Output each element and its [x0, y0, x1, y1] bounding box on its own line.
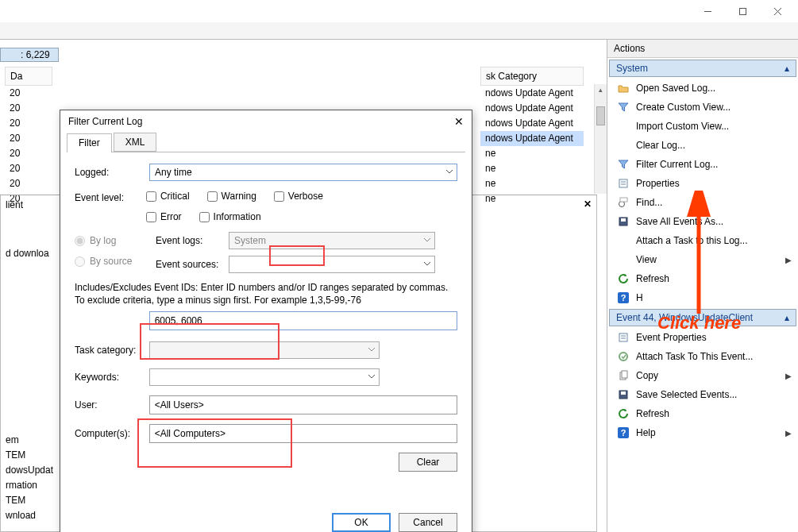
- table-row[interactable]: ne: [480, 161, 584, 176]
- chevron-down-icon: [368, 372, 376, 383]
- svg-rect-9: [620, 198, 627, 202]
- help-icon: ?: [617, 291, 630, 304]
- event-ids-input[interactable]: [149, 311, 457, 330]
- table-row[interactable]: ne: [480, 176, 584, 191]
- window-titlebar: [0, 0, 798, 22]
- action-system-4[interactable]: Filter Current Log...: [607, 155, 798, 174]
- close-button[interactable]: [760, 0, 795, 22]
- action-system-9[interactable]: View▶: [607, 250, 798, 269]
- action-system-0[interactable]: Open Saved Log...: [607, 79, 798, 98]
- clear-button[interactable]: Clear: [399, 453, 457, 472]
- details-line: TEM: [6, 493, 53, 508]
- details-close-button[interactable]: ✕: [584, 199, 592, 210]
- details-line: dowsUpdat: [6, 463, 53, 478]
- user-label: User:: [75, 399, 143, 411]
- task-category-label: Task category:: [75, 345, 143, 356]
- chevron-up-icon: ▴: [785, 312, 789, 323]
- svg-rect-17: [622, 371, 627, 378]
- table-row[interactable]: ndows Update Agent: [480, 86, 584, 101]
- attach-icon: [617, 350, 630, 363]
- action-event-3[interactable]: Save Selected Events...: [607, 385, 798, 404]
- task-category-dropdown: [149, 341, 380, 359]
- ok-button[interactable]: OK: [332, 513, 391, 532]
- event-sources-dropdown[interactable]: [229, 256, 435, 273]
- action-system-11[interactable]: ?H: [607, 288, 798, 307]
- blank-icon: [617, 253, 630, 266]
- svg-point-7: [619, 202, 625, 207]
- action-system-1[interactable]: Create Custom View...: [607, 98, 798, 117]
- actions-section-event[interactable]: Event 44, WindowsUpdateClient▴: [609, 309, 796, 326]
- table-row[interactable]: ne: [480, 146, 584, 161]
- blank-icon: [617, 139, 630, 152]
- by-log-radio: By log: [75, 235, 143, 246]
- action-system-10[interactable]: Refresh: [607, 269, 798, 288]
- chevron-down-icon: [368, 345, 376, 356]
- action-system-5[interactable]: Properties: [607, 174, 798, 193]
- action-label: Copy: [636, 370, 658, 381]
- blank-icon: [617, 234, 630, 247]
- event-count-label: : 6,229: [0, 48, 59, 62]
- help-icon: ?: [617, 426, 630, 439]
- action-label: Refresh: [636, 408, 669, 419]
- action-event-5[interactable]: ?Help▶: [607, 423, 798, 442]
- refresh-icon: [617, 407, 630, 420]
- action-system-6[interactable]: Find...: [607, 193, 798, 212]
- minimize-button[interactable]: [690, 0, 725, 22]
- chevron-down-icon: [423, 235, 431, 246]
- task-column-header[interactable]: sk Category: [480, 67, 584, 86]
- svg-rect-12: [619, 333, 627, 341]
- list-scrollbar[interactable]: ▴: [594, 84, 607, 194]
- information-checkbox[interactable]: Information: [199, 211, 261, 222]
- tab-filter[interactable]: Filter: [67, 133, 112, 152]
- action-system-8[interactable]: Attach a Task to this Log...: [607, 231, 798, 250]
- action-label: H: [636, 292, 643, 303]
- action-label: Find...: [636, 197, 662, 208]
- details-line: wnload: [6, 508, 53, 523]
- action-system-7[interactable]: Save All Events As...: [607, 212, 798, 231]
- date-column-header[interactable]: Da: [5, 67, 52, 86]
- action-event-4[interactable]: Refresh: [607, 404, 798, 423]
- table-row[interactable]: ndows Update Agent: [480, 101, 584, 116]
- error-checkbox[interactable]: Error: [146, 211, 182, 222]
- main-content-area: : 6,229 Da 2020202020202020 sk Category …: [0, 40, 607, 532]
- action-label: Attach a Task to this Log...: [636, 235, 748, 246]
- warning-checkbox[interactable]: Warning: [207, 191, 256, 202]
- svg-point-15: [619, 353, 627, 360]
- filter-dialog: Filter Current Log ✕ Filter XML Logged: …: [60, 110, 472, 532]
- action-event-2[interactable]: Copy▶: [607, 366, 798, 385]
- svg-rect-4: [619, 179, 627, 187]
- dialog-close-button[interactable]: ✕: [454, 115, 464, 128]
- save-icon: [617, 215, 630, 228]
- computers-label: Computer(s):: [75, 428, 143, 439]
- user-input[interactable]: [149, 395, 457, 414]
- action-label: Refresh: [636, 273, 669, 284]
- keywords-dropdown[interactable]: [149, 368, 380, 386]
- funnel-icon: [617, 158, 630, 171]
- find-icon: [617, 196, 630, 209]
- computers-input[interactable]: [149, 424, 457, 443]
- action-label: Attach Task To This Event...: [636, 351, 753, 362]
- action-system-3[interactable]: Clear Log...: [607, 136, 798, 155]
- verbose-checkbox[interactable]: Verbose: [274, 191, 323, 202]
- folder-icon: [617, 82, 630, 94]
- table-row[interactable]: ndows Update Agent: [480, 131, 584, 146]
- critical-checkbox[interactable]: Critical: [146, 191, 190, 202]
- action-label: Import Custom View...: [636, 121, 729, 132]
- logged-dropdown[interactable]: Any time: [149, 164, 457, 181]
- maximize-button[interactable]: [725, 0, 760, 22]
- action-event-1[interactable]: Attach Task To This Event...: [607, 347, 798, 366]
- action-event-0[interactable]: Event Properties: [607, 328, 798, 347]
- keywords-label: Keywords:: [75, 372, 143, 383]
- table-row[interactable]: ndows Update Agent: [480, 116, 584, 131]
- action-system-2[interactable]: Import Custom View...: [607, 117, 798, 136]
- event-id-help-text: Includes/Excludes Event IDs: Enter ID nu…: [75, 281, 457, 306]
- svg-rect-19: [621, 391, 626, 395]
- event-sources-label: Event sources:: [156, 259, 222, 270]
- tab-xml[interactable]: XML: [114, 133, 157, 152]
- cancel-button[interactable]: Cancel: [399, 513, 457, 532]
- action-label: Help: [636, 427, 656, 438]
- actions-section-system[interactable]: System▴: [609, 60, 796, 77]
- action-label: Save All Events As...: [636, 216, 723, 227]
- action-label: Clear Log...: [636, 140, 685, 151]
- svg-rect-11: [621, 218, 626, 222]
